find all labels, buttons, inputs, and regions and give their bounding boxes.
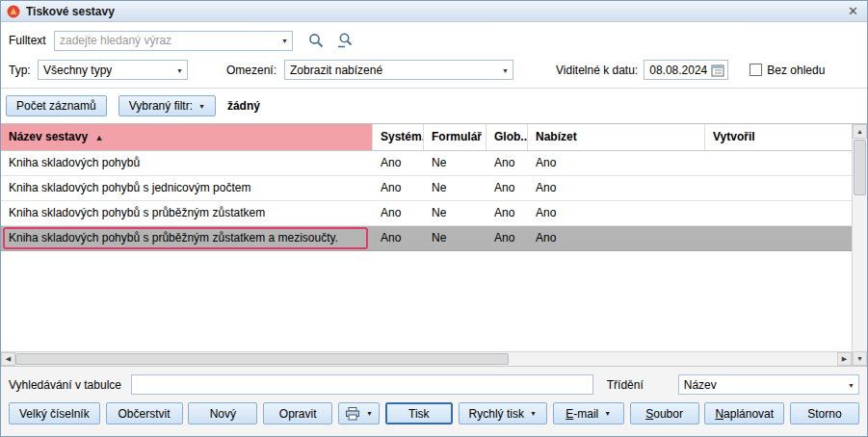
window-title: Tiskové sestavy [26,5,115,18]
sort-asc-icon: ▲ [94,133,103,142]
chevron-down-icon: ▼ [198,103,205,110]
chevron-down-icon: ▼ [848,381,855,388]
cell-name: Kniha skladových pohybů s průběžným zůst… [1,226,373,250]
type-value: Všechny typy [43,64,112,77]
cell-name: Kniha skladových pohybů s průběžným zůst… [1,201,373,225]
fulltext-row: Fulltext ▼ [9,30,859,51]
hscroll-thumb[interactable] [15,353,509,365]
cell-form: Ne [424,151,487,175]
large-list-button[interactable]: Velký číselník [9,402,100,424]
cell-global: Ano [487,226,528,250]
quick-print-button[interactable]: Rychlý tisk ▼ [459,402,547,424]
cell-form: Ne [424,201,487,225]
restriction-value: Zobrazit nabízené [290,64,382,77]
visible-date-value: 08.08.2024 [649,64,707,77]
scroll-right-icon[interactable]: ▶ [837,352,852,366]
vscroll-thumb[interactable] [854,140,866,195]
app-icon [7,5,20,18]
table-header: Název sestavy ▲ Systém... Formulář Glob.… [1,124,852,151]
table-search-input[interactable] [131,374,593,395]
cell-name: Kniha skladových pohybů s jednicovým poč… [1,176,373,200]
chevron-down-icon[interactable]: ▼ [281,38,288,44]
column-header-offer[interactable]: Nabízet [528,124,705,150]
table-search-label: Vyhledávání v tabulce [9,378,121,392]
visible-date-field[interactable]: 08.08.2024 [644,60,728,80]
column-header-name[interactable]: Název sestavy ▲ [1,124,373,150]
type-row: Typ: Všechny typy ▼ Omezení: Zobrazit na… [9,60,859,80]
cell-form: Ne [424,226,487,250]
regardless-label: Bez ohledu [767,64,825,77]
table-row[interactable]: Kniha skladových pohybů Ano Ne Ano Ano [1,151,852,176]
refresh-button[interactable]: Občerstvit [106,402,183,424]
cell-created-by [705,226,852,250]
sorting-value: Název [684,378,717,392]
chevron-down-icon: ▼ [366,410,373,417]
vertical-scrollbar[interactable]: ▲ ▼ [852,124,867,366]
chevron-down-icon: ▼ [176,66,183,73]
cell-system: Ano [373,151,424,175]
regardless-checkbox[interactable] [750,64,762,76]
close-icon[interactable]: ✕ [845,4,861,18]
cell-created-by [705,151,852,175]
cell-global: Ano [487,176,528,200]
column-header-created-by[interactable]: Vytvořil [705,124,852,150]
record-count-label: Počet záznamů [16,99,96,113]
fulltext-input[interactable] [60,32,275,50]
file-button[interactable]: Soubor [630,402,699,424]
column-header-form[interactable]: Formulář [424,124,487,150]
cancel-button[interactable]: Storno [790,402,859,424]
table-row-selected[interactable]: Kniha skladových pohybů s průběžným zůst… [1,226,852,251]
scroll-left-icon[interactable]: ◀ [1,352,15,366]
vscroll-track[interactable] [853,196,867,351]
column-header-name-label: Název sestavy [9,130,88,143]
fulltext-combobox[interactable]: ▼ [54,31,293,51]
email-button[interactable]: E-mail ▼ [553,402,624,424]
cell-offer: Ano [528,151,705,175]
toolbar: Počet záznamů Vybraný filtr: ▼ žádný [1,88,867,124]
hscroll-track[interactable] [509,352,837,366]
type-label: Typ: [9,64,38,77]
cell-offer: Ano [528,176,705,200]
search-icon[interactable] [304,30,328,51]
title-bar[interactable]: Tiskové sestavy ✕ [1,1,867,22]
print-button[interactable]: Tisk [385,402,453,424]
print-reports-dialog: Tiskové sestavy ✕ Fulltext ▼ [0,0,868,437]
footer: Vyhledávání v tabulce Třídění Název ▼ Ve… [1,366,867,436]
schedule-button[interactable]: Naplánovat [704,402,784,424]
edit-button[interactable]: Opravit [263,402,332,424]
calendar-icon[interactable] [711,64,724,77]
new-button[interactable]: Nový [188,402,257,424]
visible-date-label: Viditelné k datu: [556,64,638,77]
record-count-button[interactable]: Počet záznamů [6,95,107,116]
column-header-system[interactable]: Systém... [373,124,424,150]
selected-filter-label: Vybraný filtr: [129,99,193,113]
restriction-label: Omezení: [226,64,276,77]
type-combobox[interactable]: Všechny typy ▼ [38,60,188,80]
filter-area: Fulltext ▼ Typ: Vše [1,22,867,88]
printer-icon [345,407,360,421]
cell-created-by [705,176,852,200]
print-options-button[interactable]: ▼ [338,402,380,424]
scroll-down-icon[interactable]: ▼ [853,351,867,366]
cell-offer: Ano [528,226,705,250]
column-header-global[interactable]: Glob... [487,124,528,150]
fulltext-label: Fulltext [9,34,54,47]
selected-filter-button[interactable]: Vybraný filtr: ▼ [118,95,216,116]
chevron-down-icon: ▼ [604,410,611,417]
button-row: Velký číselník Občerstvit Nový Opravit [9,402,859,424]
table-empty-area [1,251,852,351]
chevron-down-icon: ▼ [530,410,537,417]
selected-filter-value: žádný [227,99,260,113]
cell-offer: Ano [528,201,705,225]
restriction-combobox[interactable]: Zobrazit nabízené ▼ [284,60,513,80]
table-row[interactable]: Kniha skladových pohybů s jednicovým poč… [1,176,852,201]
scroll-up-icon[interactable]: ▲ [853,124,867,139]
sorting-combobox[interactable]: Název ▼ [678,374,859,395]
cell-system: Ano [373,201,424,225]
horizontal-scrollbar[interactable]: ◀ ▶ [1,351,852,366]
table: Název sestavy ▲ Systém... Formulář Glob.… [1,124,852,366]
sorting-label: Třídění [607,378,644,392]
table-row[interactable]: Kniha skladových pohybů s průběžným zůst… [1,201,852,226]
search-advanced-icon[interactable] [333,30,356,51]
cell-name: Kniha skladových pohybů [1,151,373,175]
